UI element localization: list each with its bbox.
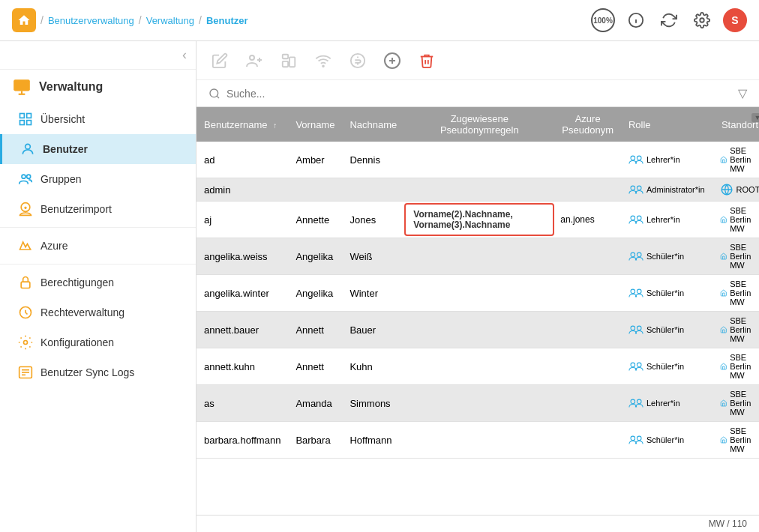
- svg-point-43: [637, 216, 641, 220]
- sidebar-collapse-button[interactable]: ‹: [182, 47, 187, 63]
- cell-nachname: Dennis: [342, 142, 404, 178]
- role-icon: [628, 288, 644, 298]
- col-vorname[interactable]: Vorname: [288, 107, 342, 142]
- azure-pseudonym-cell: [554, 275, 621, 312]
- sidebar-item-rechteverwaltung[interactable]: Rechteverwaltung: [0, 297, 196, 327]
- cell-standort: SBE Berlin MW: [712, 142, 759, 178]
- cell-standort: ROOT: [712, 178, 759, 202]
- svg-rect-8: [27, 114, 32, 118]
- pseudonym-cell: [404, 348, 554, 385]
- role-icon: [628, 154, 644, 165]
- svg-point-3: [700, 18, 704, 22]
- benutzerimport-icon: [18, 202, 33, 217]
- cell-standort: SBE Berlin MW: [712, 202, 759, 238]
- top-bar-right: 100% S: [591, 8, 747, 32]
- svg-point-11: [26, 144, 31, 149]
- settings-button[interactable]: [690, 8, 714, 32]
- sidebar-item-uebersicht[interactable]: Übersicht: [0, 104, 196, 134]
- svg-point-47: [637, 289, 641, 294]
- table-row[interactable]: aj Annette Jones Vorname(2).Nachname,Vor…: [196, 202, 759, 238]
- sidebar-header: ‹: [0, 41, 196, 70]
- cell-nachname: Hoffmann: [342, 422, 404, 459]
- table-row[interactable]: annett.bauer Annett Bauer Schüler*in SBE…: [196, 312, 759, 348]
- sidebar-item-azure[interactable]: Azure: [0, 231, 196, 261]
- sidebar-item-gruppen[interactable]: Gruppen: [0, 164, 196, 194]
- uebersicht-icon: [18, 112, 33, 127]
- assign-button[interactable]: [243, 49, 266, 72]
- add-button[interactable]: [381, 49, 404, 72]
- azure-pseudonym-cell: [554, 422, 621, 459]
- search-input[interactable]: [226, 88, 732, 100]
- cell-benutzername: ad: [196, 142, 288, 178]
- table-row[interactable]: ad Amber Dennis Lehrer*in SBE Berlin MW: [196, 142, 759, 178]
- cell-benutzername: admin: [196, 178, 288, 202]
- refresh-button[interactable]: [657, 8, 681, 32]
- table-row[interactable]: barbara.hoffmann Barbara Hoffmann Schüle…: [196, 422, 759, 459]
- rechteverwaltung-icon: [18, 305, 33, 320]
- azure-pseudonym-cell: [554, 312, 621, 348]
- pagination-bar: MW / 110: [196, 515, 759, 532]
- pseudonym-cell: [404, 385, 554, 422]
- role-icon: [628, 398, 644, 408]
- table-row[interactable]: angelika.weiss Angelika Weiß Schüler*in …: [196, 238, 759, 275]
- table-row[interactable]: admin Administrator*in ROOT: [196, 178, 759, 202]
- export-button[interactable]: [278, 49, 300, 72]
- money-button[interactable]: [346, 49, 369, 72]
- col-pseudonymregeln[interactable]: ZugewiesenePseudonymregeln: [404, 107, 554, 142]
- table-row[interactable]: angelika.winter Angelika Winter Schüler*…: [196, 275, 759, 312]
- search-icon: [208, 88, 220, 100]
- cell-standort: SBE Berlin MW: [712, 275, 759, 312]
- col-azure-pseudonym[interactable]: AzurePseudonym: [554, 107, 621, 142]
- sidebar-item-berechtigungen[interactable]: Berechtigungen: [0, 267, 196, 297]
- breadcrumb-benutzerverwaltung[interactable]: Benutzerverwaltung: [48, 15, 134, 26]
- wifi-button[interactable]: [312, 49, 334, 72]
- berechtigungen-icon: [18, 275, 33, 290]
- col-benutzername[interactable]: Benutzername ↑: [196, 107, 288, 142]
- svg-point-46: [631, 289, 635, 294]
- cell-rolle: Lehrer*in: [621, 142, 712, 178]
- cell-nachname: Winter: [342, 275, 404, 312]
- sidebar-item-benutzer-sync-logs[interactable]: Benutzer Sync Logs: [0, 357, 196, 387]
- edit-button[interactable]: [208, 49, 231, 72]
- azure-pseudonym-cell: [554, 178, 621, 202]
- sep2: /: [139, 14, 142, 26]
- svg-point-42: [631, 216, 635, 220]
- svg-point-13: [27, 175, 31, 178]
- sidebar-berechtigungen-label: Berechtigungen: [40, 276, 114, 288]
- svg-point-48: [631, 326, 635, 330]
- user-avatar[interactable]: S: [723, 8, 747, 32]
- verwaltung-icon: [12, 77, 32, 97]
- cell-rolle: Lehrer*in: [621, 385, 712, 422]
- breadcrumb-verwaltung[interactable]: Verwaltung: [146, 15, 194, 26]
- cell-vorname: Annett: [288, 312, 342, 348]
- sidebar-divider-1: [0, 227, 196, 228]
- table-row[interactable]: annett.kuhn Annett Kuhn Schüler*in SBE B…: [196, 348, 759, 385]
- sidebar-item-benutzer[interactable]: Benutzer: [0, 134, 196, 164]
- gear-icon: [694, 12, 710, 28]
- users-table: Benutzername ↑ Vorname Nachname Zugewies…: [196, 107, 759, 459]
- svg-point-53: [637, 399, 641, 404]
- cell-nachname: Weiß: [342, 238, 404, 275]
- benutzer-icon: [20, 142, 35, 157]
- sidebar-sync-logs-label: Benutzer Sync Logs: [40, 366, 134, 378]
- sep1: /: [40, 14, 44, 26]
- sidebar-item-benutzerimport[interactable]: Benutzerimport: [0, 194, 196, 224]
- svg-point-49: [637, 326, 641, 330]
- azure-pseudonym-cell: [554, 238, 621, 275]
- delete-button[interactable]: [416, 49, 438, 72]
- col-standort[interactable]: Standort ▼: [712, 107, 759, 142]
- filter-button[interactable]: ▽: [738, 86, 747, 100]
- home-button[interactable]: [12, 8, 36, 32]
- info-button[interactable]: [624, 8, 648, 32]
- col-rolle[interactable]: Rolle: [621, 107, 712, 142]
- table-row[interactable]: as Amanda Simmons Lehrer*in SBE Berlin M…: [196, 385, 759, 422]
- sidebar: ‹ Verwaltung Übersicht Benutzer: [0, 41, 196, 532]
- col-nachname[interactable]: Nachname: [342, 107, 404, 142]
- svg-point-45: [637, 253, 641, 257]
- sidebar-item-konfigurationen[interactable]: Konfigurationen: [0, 327, 196, 357]
- main-layout: ‹ Verwaltung Übersicht Benutzer: [0, 41, 759, 532]
- svg-point-37: [637, 156, 641, 160]
- cell-vorname: Barbara: [288, 422, 342, 459]
- sidebar-uebersicht-label: Übersicht: [40, 113, 85, 125]
- sidebar-azure-label: Azure: [40, 240, 68, 252]
